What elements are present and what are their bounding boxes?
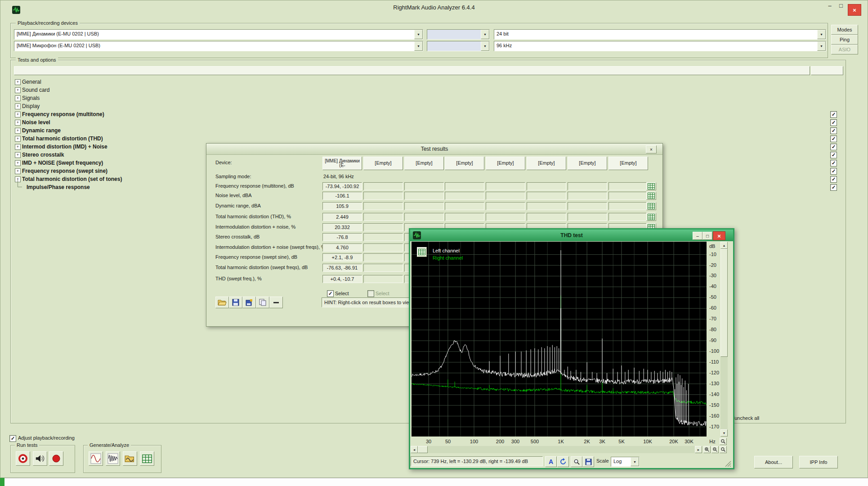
- refresh-button[interactable]: [557, 456, 569, 467]
- empty-column-header[interactable]: [Empty]: [608, 157, 648, 170]
- recording-device-combo[interactable]: [MME] Микрофон (E-MU 0202 | USB) ▼: [14, 41, 423, 51]
- copy-results-button[interactable]: [256, 297, 269, 308]
- play-test-button[interactable]: [33, 451, 47, 466]
- minimize-button[interactable]: –: [825, 2, 835, 9]
- expand-icon[interactable]: +: [15, 112, 21, 117]
- thd-minimize-button[interactable]: –: [693, 232, 702, 240]
- font-button[interactable]: A: [545, 456, 557, 467]
- test-enabled-checkbox[interactable]: ✓: [830, 176, 837, 183]
- open-wave-button[interactable]: [123, 451, 137, 466]
- device-column-header[interactable]: [MME] Динамики (E-: [322, 157, 362, 170]
- asio-button[interactable]: ASIO: [831, 45, 858, 54]
- zoom-fit-button[interactable]: [720, 446, 727, 453]
- chevron-down-icon[interactable]: ▼: [481, 41, 489, 51]
- recording-channel-combo[interactable]: ▼: [427, 41, 490, 51]
- recording-format-combo[interactable]: 96 kHz ▼: [494, 41, 826, 51]
- test-enabled-checkbox[interactable]: ✓: [830, 168, 837, 175]
- save-image-button[interactable]: [582, 456, 594, 467]
- spectrum-plot[interactable]: [412, 242, 707, 436]
- test-enabled-checkbox[interactable]: ✓: [830, 119, 837, 126]
- chevron-down-icon[interactable]: ▼: [817, 30, 826, 39]
- generate-wave-button[interactable]: [89, 451, 103, 466]
- tests-tree-row[interactable]: +Total harmonic distortion (THD)✓: [14, 135, 843, 143]
- tests-tree-row[interactable]: +Signals: [14, 94, 843, 102]
- test-enabled-checkbox[interactable]: ✓: [830, 184, 837, 191]
- spectrum-button[interactable]: [646, 213, 656, 221]
- empty-column-header[interactable]: [Empty]: [568, 157, 607, 170]
- empty-column-header[interactable]: [Empty]: [404, 157, 444, 170]
- scale-combo[interactable]: Log ▼: [611, 457, 640, 467]
- scroll-left-icon[interactable]: ◄: [411, 446, 418, 453]
- expand-icon[interactable]: +: [15, 152, 21, 158]
- tests-tree-row[interactable]: +Noise level✓: [14, 118, 843, 126]
- save-results-button[interactable]: [229, 297, 242, 308]
- thd-close-button[interactable]: ×: [713, 231, 725, 240]
- save-as-button[interactable]: [242, 297, 256, 308]
- test-enabled-checkbox[interactable]: ✓: [830, 144, 837, 150]
- tests-column-header[interactable]: [14, 66, 810, 75]
- remove-result-button[interactable]: [269, 297, 283, 308]
- expand-icon[interactable]: +: [15, 87, 21, 93]
- select-device1-checkbox[interactable]: ✓: [327, 290, 334, 297]
- tests-tree-row[interactable]: +Dynamic range✓: [14, 126, 843, 135]
- ping-button[interactable]: Ping: [831, 35, 858, 45]
- test-enabled-checkbox[interactable]: ✓: [830, 152, 837, 158]
- spectrum-button[interactable]: [646, 202, 656, 210]
- expand-icon[interactable]: +: [15, 120, 21, 126]
- open-results-button[interactable]: [215, 297, 229, 308]
- chevron-down-icon[interactable]: ▼: [414, 41, 423, 51]
- chevron-down-icon[interactable]: ▼: [414, 30, 423, 39]
- legend-grid-button[interactable]: [417, 247, 427, 257]
- expand-icon[interactable]: +: [15, 168, 21, 174]
- scroll-up-icon[interactable]: ▲: [720, 242, 728, 249]
- tests-tree-row[interactable]: +Sound card: [14, 86, 843, 94]
- v-scrollbar[interactable]: ▲ ▼: [720, 242, 728, 436]
- playback-device-combo[interactable]: [MME] Динамики (E-MU 0202 | USB) ▼: [14, 29, 423, 40]
- results-dialog-titlebar[interactable]: Test results: [206, 144, 662, 155]
- analyze-wave-button[interactable]: [106, 451, 120, 466]
- expand-icon[interactable]: +: [15, 136, 21, 142]
- zoom-in-button[interactable]: [703, 446, 711, 453]
- h-scrollbar[interactable]: ◄ ►: [411, 446, 702, 453]
- tests-tree-row[interactable]: +Frequency response (multitone)✓: [14, 110, 843, 118]
- spectrum-button[interactable]: [646, 192, 656, 200]
- test-enabled-checkbox[interactable]: ✓: [830, 160, 837, 166]
- taskbar-fragment[interactable]: [0, 478, 4, 486]
- chevron-down-icon[interactable]: ▼: [631, 457, 639, 466]
- close-button[interactable]: ×: [848, 4, 861, 16]
- test-enabled-checkbox[interactable]: ✓: [830, 135, 837, 142]
- expand-icon[interactable]: +: [15, 104, 21, 109]
- record-button[interactable]: [49, 451, 63, 466]
- playback-format-combo[interactable]: 24 bit ▼: [494, 29, 826, 40]
- run-adjust-test-button[interactable]: [16, 451, 30, 466]
- tests-tree-row[interactable]: +General: [14, 78, 843, 86]
- select-device2-checkbox[interactable]: [367, 290, 374, 297]
- chevron-down-icon[interactable]: ▼: [481, 30, 489, 39]
- ipp-info-button[interactable]: IPP Info: [799, 456, 838, 468]
- empty-column-header[interactable]: [Empty]: [527, 157, 566, 170]
- empty-column-header[interactable]: [Empty]: [363, 157, 403, 170]
- thd-maximize-button[interactable]: □: [702, 232, 712, 240]
- expand-icon[interactable]: +: [15, 144, 21, 150]
- zoom-tool-button[interactable]: [571, 456, 582, 467]
- tests-check-column-header[interactable]: [811, 66, 843, 75]
- empty-column-header[interactable]: [Empty]: [445, 157, 484, 170]
- expand-icon[interactable]: +: [15, 79, 21, 85]
- adjust-playback-checkbox[interactable]: ✓: [9, 435, 16, 442]
- test-enabled-checkbox[interactable]: ✓: [830, 127, 837, 134]
- thd-titlebar[interactable]: THD test: [410, 230, 733, 241]
- scroll-down-icon[interactable]: ▼: [720, 429, 728, 436]
- v-scroll-thumb[interactable]: [720, 249, 728, 357]
- tests-tree-row[interactable]: +Display: [14, 102, 843, 110]
- zoom-out-button[interactable]: [711, 446, 719, 453]
- zoom-x-button[interactable]: [720, 438, 727, 445]
- about-button[interactable]: About...: [754, 456, 793, 468]
- resize-grip[interactable]: [725, 461, 731, 467]
- expand-icon[interactable]: +: [15, 128, 21, 134]
- spectrum-button[interactable]: [646, 182, 656, 190]
- scroll-right-icon[interactable]: ►: [695, 446, 702, 453]
- maximize-button[interactable]: □: [836, 2, 846, 9]
- chevron-down-icon[interactable]: ▼: [817, 41, 826, 51]
- h-scroll-thumb[interactable]: [418, 446, 428, 453]
- expand-icon[interactable]: +: [15, 160, 21, 166]
